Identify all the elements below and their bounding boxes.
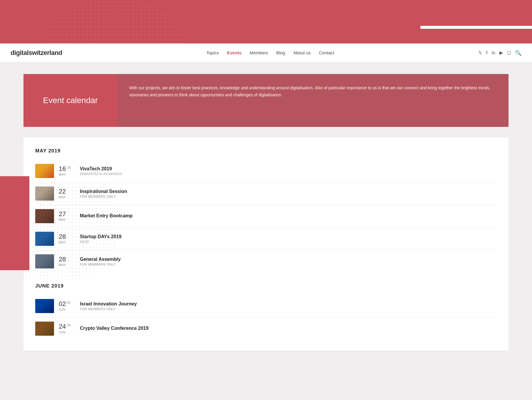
- event-title-market: Market Entry Bootcamp: [80, 213, 497, 219]
- event-title-box: Event calendar: [23, 74, 117, 127]
- event-info-general: General Assembly FOR MEMBERS ONLY: [80, 257, 497, 266]
- event-month-vivatech: MAY: [59, 173, 66, 176]
- nav-right-icons: 𝕏 f in ▶ ◻ 🔍: [478, 50, 521, 56]
- event-title-crypto: Crypto Valley Conference 2019: [80, 326, 497, 331]
- event-day-vivatech: 16-18: [59, 166, 70, 172]
- event-day-end-israel: -05: [66, 301, 70, 304]
- event-item-crypto[interactable]: 24-26 JUN Crypto Valley Conference 2019: [35, 317, 497, 340]
- nav-item-members[interactable]: Members: [250, 50, 268, 56]
- event-thumb-crypto: [35, 322, 54, 336]
- nav-link-about[interactable]: About us: [293, 50, 311, 55]
- event-subtitle-vivatech: #SWISSTECH #VIVATECH: [80, 172, 497, 176]
- event-date-israel: 02-05 JUN: [59, 301, 75, 311]
- event-subtitle-israel: FOR MEMBERS ONLY: [80, 307, 497, 311]
- event-day-market: 27: [59, 211, 66, 217]
- main-navigation: digitalswitzerland Topics Events Members…: [0, 43, 532, 62]
- nav-item-topics[interactable]: Topics: [206, 50, 219, 56]
- event-title-general: General Assembly: [80, 257, 497, 262]
- facebook-icon[interactable]: f: [486, 50, 487, 56]
- site-logo[interactable]: digitalswitzerland: [11, 49, 62, 57]
- month-heading-june: JUNE 2019: [35, 283, 497, 289]
- event-date-vivatech: 16-18 MAY: [59, 166, 75, 176]
- event-title-startup: Startup DAYs 2019: [80, 234, 497, 239]
- nav-link-blog[interactable]: Blog: [276, 50, 285, 55]
- event-info-crypto: Crypto Valley Conference 2019: [80, 326, 497, 332]
- search-button[interactable]: 🔍: [515, 50, 521, 56]
- event-info-vivatech: VivaTech 2019 #SWISSTECH #VIVATECH: [80, 166, 497, 176]
- event-day-israel: 02-05: [59, 301, 70, 307]
- event-title-israel: Israel Innovation Journey: [80, 301, 497, 307]
- youtube-icon[interactable]: ▶: [499, 50, 503, 56]
- logo-light: digital: [11, 49, 28, 56]
- nav-link-events[interactable]: Events: [227, 50, 241, 55]
- event-subtitle-startup: #SUD: [80, 240, 497, 243]
- nav-links: Topics Events Members Blog About us Cont…: [206, 50, 334, 56]
- event-day-general: 28: [59, 256, 66, 263]
- event-day-crypto: 24-26: [59, 323, 70, 330]
- event-thumb-vivatech: [35, 164, 54, 178]
- instagram-icon[interactable]: ◻: [507, 50, 511, 56]
- linkedin-icon[interactable]: in: [492, 50, 495, 56]
- event-month-crypto: JUN: [59, 330, 65, 334]
- event-info-startup: Startup DAYs 2019 #SUD: [80, 234, 497, 243]
- event-title-vivatech: VivaTech 2019: [80, 166, 497, 172]
- event-thumb-israel: [35, 299, 54, 313]
- event-description-box: With our projects, we aim to foster best…: [117, 74, 509, 127]
- white-bar-decoration: [420, 26, 532, 29]
- event-item-israel[interactable]: 02-05 JUN Israel Innovation Journey FOR …: [35, 295, 497, 317]
- event-day-end-vivatech: -18: [66, 166, 70, 169]
- event-hero-section: Event calendar With our projects, we aim…: [23, 74, 509, 127]
- event-day-startup: 28: [59, 233, 66, 240]
- event-date-crypto: 24-26 JUN: [59, 323, 75, 334]
- event-description-text: With our projects, we aim to foster best…: [129, 85, 497, 99]
- nav-link-contact[interactable]: Contact: [319, 50, 334, 55]
- june-event-list: 02-05 JUN Israel Innovation Journey FOR …: [35, 295, 497, 340]
- left-dots-decoration: [18, 182, 117, 282]
- event-title-inspirational: Inspirational Session: [80, 189, 497, 194]
- nav-item-about[interactable]: About us: [293, 50, 311, 56]
- month-heading-may: MAY 2019: [35, 148, 497, 154]
- hero-background: [0, 0, 532, 43]
- event-info-market: Market Entry Bootcamp: [80, 213, 497, 219]
- nav-link-topics[interactable]: Topics: [206, 50, 219, 55]
- dots-decoration: [44, 0, 185, 43]
- event-subtitle-general: FOR MEMBERS ONLY: [80, 263, 497, 266]
- nav-link-members[interactable]: Members: [250, 50, 268, 55]
- event-day-inspirational: 22: [59, 188, 66, 195]
- month-section-june: JUNE 2019 02-05 JUN Israel Innovation Jo…: [35, 283, 497, 340]
- logo-bold: switzerland: [28, 49, 62, 56]
- nav-item-events[interactable]: Events: [227, 50, 241, 56]
- event-item-vivatech[interactable]: 16-18 MAY VivaTech 2019 #SWISSTECH #VIVA…: [35, 160, 497, 182]
- nav-item-contact[interactable]: Contact: [319, 50, 334, 56]
- nav-item-blog[interactable]: Blog: [276, 50, 285, 56]
- event-subtitle-inspirational: FOR MEMBERS ONLY: [80, 195, 497, 198]
- event-info-israel: Israel Innovation Journey FOR MEMBERS ON…: [80, 301, 497, 311]
- event-info-inspirational: Inspirational Session FOR MEMBERS ONLY: [80, 189, 497, 198]
- event-month-israel: JUN: [59, 308, 65, 311]
- event-day-end-crypto: -26: [66, 323, 70, 327]
- twitter-icon[interactable]: 𝕏: [478, 50, 482, 56]
- event-calendar-title: Event calendar: [43, 95, 98, 106]
